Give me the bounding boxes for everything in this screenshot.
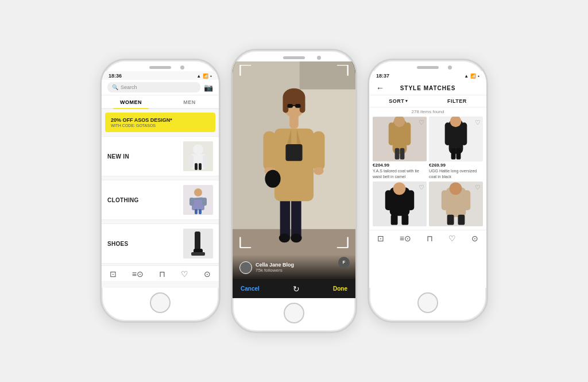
bottom-nav-3: ⊡ ≡⊙ ⊓ ♡ ⊙ bbox=[369, 230, 486, 245]
photo-frame: Cella Jane Blog 75k followers F bbox=[233, 61, 355, 279]
nav-search-icon-3[interactable]: ≡⊙ bbox=[400, 234, 411, 243]
phone-1-bottom bbox=[102, 288, 219, 321]
svg-rect-61 bbox=[445, 123, 451, 146]
phone-2-bottom bbox=[233, 298, 355, 331]
promo-banner: 20% OFF ASOS DESIGN* WITH CODE: GOTASOS bbox=[105, 113, 215, 132]
nav-bag-icon-3[interactable]: ⊓ bbox=[427, 234, 433, 243]
speaker-2 bbox=[283, 56, 305, 59]
category-clothing-image bbox=[183, 185, 213, 215]
svg-rect-3 bbox=[189, 155, 194, 168]
category-shoes[interactable]: SHOES bbox=[102, 223, 219, 264]
nav-profile-icon[interactable]: ⊙ bbox=[204, 269, 211, 279]
home-button-3[interactable] bbox=[417, 292, 438, 313]
battery-icon: ▪ bbox=[210, 74, 212, 79]
product-card-1[interactable]: ♡ €204.99 Y.A.S tailored coat with tie w… bbox=[373, 117, 427, 179]
svg-rect-69 bbox=[407, 190, 414, 210]
category-clothing-label: CLOTHING bbox=[107, 197, 139, 203]
sort-button[interactable]: SORT ▾ bbox=[389, 98, 408, 104]
phone-3-screen: 18:37 ▲ 📶 ▪ ← STYLE MATCHES SORT ▾ bbox=[369, 71, 486, 288]
scene: 18:36 ▲ 📶 ▪ 🔍 Search 📷 WOMEN bbox=[88, 37, 500, 344]
camera-search-icon[interactable]: 📷 bbox=[204, 83, 213, 92]
svg-rect-55 bbox=[405, 123, 411, 146]
phone-3-bottom bbox=[369, 288, 486, 321]
nav-heart-icon[interactable]: ♡ bbox=[181, 269, 188, 279]
product-heart-4[interactable]: ♡ bbox=[475, 184, 481, 191]
product-heart-2[interactable]: ♡ bbox=[475, 119, 481, 126]
status-icons-3: ▲ 📶 ▪ bbox=[464, 74, 479, 79]
nav-heart-icon-3[interactable]: ♡ bbox=[448, 234, 456, 243]
home-button-1[interactable] bbox=[150, 292, 171, 313]
tab-men[interactable]: MEN bbox=[160, 95, 219, 108]
search-magnifier-icon: 🔍 bbox=[112, 84, 118, 90]
items-found: 278 items found bbox=[369, 107, 486, 117]
svg-point-77 bbox=[450, 182, 462, 195]
time-1: 18:36 bbox=[109, 73, 122, 79]
products-grid: ♡ €204.99 Y.A.S tailored coat with tie w… bbox=[369, 117, 486, 229]
front-camera-2 bbox=[317, 56, 321, 60]
wifi-icon-3: 📶 bbox=[470, 74, 476, 79]
category-new-in[interactable]: NEW IN bbox=[102, 136, 219, 176]
product-card-4[interactable]: ♡ bbox=[429, 182, 483, 227]
svg-rect-57 bbox=[395, 148, 400, 160]
nav-bag-icon[interactable]: ⊓ bbox=[159, 269, 165, 279]
svg-rect-76 bbox=[463, 190, 470, 210]
product-card-3[interactable]: ♡ bbox=[373, 182, 427, 227]
category-new-in-label: NEW IN bbox=[107, 153, 129, 160]
svg-rect-72 bbox=[401, 214, 408, 225]
category-shoes-label: SHOES bbox=[107, 241, 129, 247]
influencer-name: Cella Jane Blog bbox=[256, 262, 294, 268]
phone-1-screen: 18:36 ▲ 📶 ▪ 🔍 Search 📷 WOMEN bbox=[102, 71, 219, 288]
svg-rect-68 bbox=[385, 190, 392, 210]
svg-rect-13 bbox=[195, 209, 198, 214]
category-new-in-image bbox=[183, 141, 213, 171]
product-image-1: ♡ bbox=[373, 117, 427, 161]
style-header: ← STYLE MATCHES bbox=[369, 80, 486, 95]
back-button[interactable]: ← bbox=[376, 83, 384, 92]
product-card-2[interactable]: ♡ €269.99 UGG Hattie long oversized coat… bbox=[429, 117, 483, 179]
sort-label: SORT bbox=[389, 98, 404, 104]
search-bar[interactable]: 🔍 Search 📷 bbox=[102, 80, 219, 95]
phone-3: 18:37 ▲ 📶 ▪ ← STYLE MATCHES SORT ▾ bbox=[368, 59, 488, 323]
product-image-3: ♡ bbox=[373, 182, 427, 226]
svg-rect-5 bbox=[195, 163, 198, 170]
category-clothing[interactable]: CLOTHING bbox=[102, 180, 219, 220]
sort-filter-row: SORT ▾ FILTER bbox=[369, 95, 486, 107]
front-camera bbox=[180, 65, 184, 70]
nav-home-icon-3[interactable]: ⊡ bbox=[377, 234, 384, 243]
promo-subtitle: WITH CODE: GOTASOS bbox=[111, 124, 210, 128]
done-button[interactable]: Done bbox=[333, 285, 347, 292]
home-button-2[interactable] bbox=[284, 303, 304, 323]
tab-women[interactable]: WOMEN bbox=[102, 95, 160, 108]
svg-rect-18 bbox=[191, 252, 205, 256]
status-bar-3: 18:37 ▲ 📶 ▪ bbox=[369, 71, 486, 80]
svg-point-70 bbox=[393, 182, 406, 195]
status-bar-1: 18:36 ▲ 📶 ▪ bbox=[102, 71, 219, 80]
product-image-2: ♡ bbox=[429, 117, 483, 161]
nav-search-icon[interactable]: ≡⊙ bbox=[132, 269, 144, 279]
cancel-button[interactable]: Cancel bbox=[241, 285, 260, 292]
phone-2: Cella Jane Blog 75k followers F Cancel ↻… bbox=[231, 49, 357, 333]
svg-rect-16 bbox=[195, 231, 200, 250]
nav-home-icon[interactable]: ⊡ bbox=[110, 269, 117, 279]
search-input-wrap[interactable]: 🔍 Search bbox=[107, 82, 200, 92]
filter-button[interactable]: FILTER bbox=[447, 98, 467, 104]
speaker-3 bbox=[417, 66, 439, 69]
speaker bbox=[149, 66, 171, 69]
signal-icon: ▲ bbox=[196, 74, 201, 79]
svg-point-1 bbox=[193, 144, 203, 155]
product-price-2: €269.99 bbox=[429, 163, 483, 168]
rotate-icon[interactable]: ↻ bbox=[293, 284, 300, 294]
product-name-2: UGG Hattie long oversized coat in black bbox=[429, 168, 483, 179]
photo-bottom-bar: Cancel ↻ Done bbox=[233, 280, 355, 298]
svg-rect-12 bbox=[202, 198, 207, 206]
product-heart-3[interactable]: ♡ bbox=[419, 184, 424, 191]
time-3: 18:37 bbox=[376, 73, 389, 79]
svg-rect-14 bbox=[199, 209, 202, 214]
product-heart-1[interactable]: ♡ bbox=[419, 119, 424, 126]
front-camera-3 bbox=[448, 65, 452, 70]
nav-profile-icon-3[interactable]: ⊙ bbox=[471, 234, 478, 243]
promo-title: 20% OFF ASOS DESIGN* bbox=[111, 117, 210, 123]
svg-rect-54 bbox=[389, 123, 394, 146]
filter-label: FILTER bbox=[447, 98, 467, 104]
svg-rect-65 bbox=[456, 148, 461, 160]
